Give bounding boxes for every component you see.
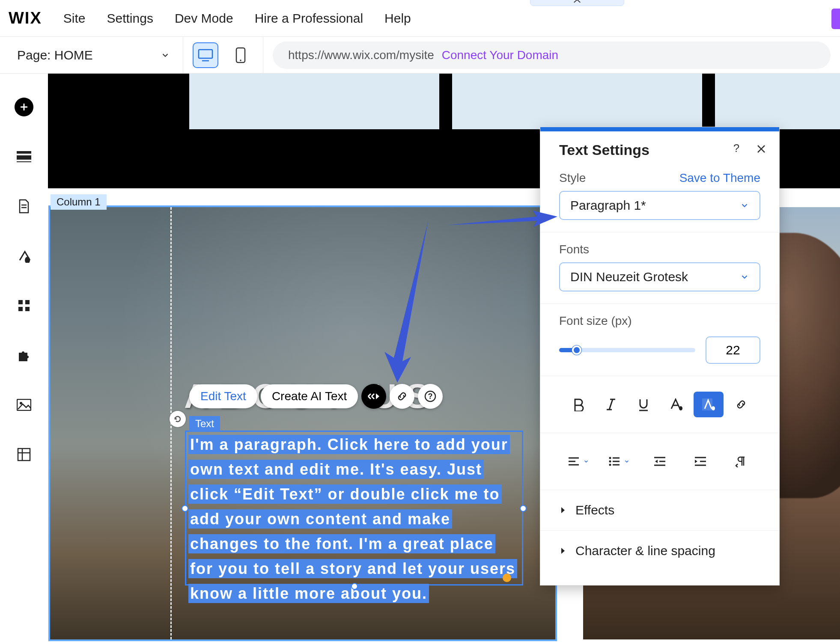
- resize-handle-left[interactable]: [182, 505, 188, 512]
- style-value: Paragraph 1*: [570, 198, 646, 213]
- ai-indicator-dot[interactable]: [503, 574, 511, 582]
- link-button[interactable]: [390, 384, 414, 409]
- panel-help-button[interactable]: ?: [730, 143, 742, 158]
- text-color-button[interactable]: [661, 392, 691, 417]
- chevron-down-icon: [161, 51, 170, 60]
- font-size-input[interactable]: 22: [706, 336, 760, 364]
- apps-icon: [18, 299, 30, 312]
- puzzle-icon: [17, 348, 31, 362]
- text-direction-button[interactable]: [726, 449, 756, 474]
- mobile-view-button[interactable]: [228, 42, 253, 68]
- header-col-3[interactable]: [715, 74, 840, 129]
- menu-settings[interactable]: Settings: [107, 11, 153, 26]
- sections-button[interactable]: [15, 147, 33, 166]
- collapse-top-pill[interactable]: [530, 0, 624, 6]
- decrease-indent-button[interactable]: [645, 449, 675, 474]
- paragraph-text[interactable]: I'm a paragraph. Click here to add your …: [188, 432, 521, 606]
- panel-close-button[interactable]: [756, 143, 766, 158]
- bullet-list-icon: [608, 456, 620, 467]
- create-ai-text-button[interactable]: Create AI Text: [261, 384, 358, 408]
- column-label[interactable]: Column 1: [51, 194, 107, 210]
- header-columns: [48, 74, 840, 129]
- panel-drag-bar[interactable]: [540, 127, 779, 131]
- site-url: https://www.wix.com/mysite: [288, 48, 434, 62]
- svg-text:?: ?: [428, 392, 433, 401]
- indent-icon: [694, 456, 707, 467]
- italic-button[interactable]: [596, 392, 626, 417]
- svg-point-35: [609, 461, 611, 463]
- menu-help[interactable]: Help: [384, 11, 411, 26]
- style-section: Style Save to Theme Paragraph 1*: [540, 167, 779, 232]
- app-market-button[interactable]: [15, 346, 33, 365]
- svg-point-34: [609, 457, 611, 459]
- svg-rect-14: [25, 307, 30, 311]
- save-to-theme-link[interactable]: Save to Theme: [679, 171, 760, 185]
- svg-point-36: [609, 464, 611, 466]
- svg-rect-13: [18, 307, 23, 311]
- menu-site[interactable]: Site: [63, 11, 86, 26]
- text-color-icon: [669, 398, 683, 411]
- font-dropdown[interactable]: DIN Neuzeit Grotesk: [559, 262, 760, 291]
- desktop-view-button[interactable]: [193, 42, 218, 68]
- text-settings-panel: Text Settings ? Style Save to Theme Para…: [540, 127, 780, 586]
- wix-logo: WIX: [9, 9, 42, 27]
- header-col-1[interactable]: [189, 74, 439, 129]
- font-size-slider[interactable]: [559, 348, 695, 352]
- align-left-icon: [568, 456, 580, 467]
- url-bar[interactable]: https://www.wix.com/mysite Connect Your …: [273, 42, 831, 69]
- top-menu-bar: WIX Site Settings Dev Mode Hire a Profes…: [0, 0, 840, 37]
- page-selector[interactable]: Page: HOME: [0, 37, 183, 74]
- slider-thumb[interactable]: [572, 345, 581, 355]
- style-dropdown[interactable]: Paragraph 1*: [559, 191, 760, 220]
- fonts-label: Fonts: [559, 243, 760, 256]
- resize-handle-bottom[interactable]: [351, 583, 358, 590]
- increase-indent-button[interactable]: [685, 449, 715, 474]
- animation-button[interactable]: [361, 384, 386, 409]
- undo-icon: [173, 414, 182, 424]
- menu-hire-professional[interactable]: Hire a Professional: [255, 11, 363, 26]
- media-button[interactable]: [15, 395, 33, 414]
- chevron-down-icon: [740, 201, 749, 210]
- underline-button[interactable]: [629, 392, 658, 417]
- bold-icon: [572, 398, 584, 411]
- pages-button[interactable]: [15, 197, 33, 216]
- content-manager-button[interactable]: [15, 445, 33, 464]
- effects-section[interactable]: Effects: [540, 490, 779, 530]
- left-tool-rail: [0, 74, 48, 642]
- list-button[interactable]: [604, 449, 634, 474]
- connect-domain-link[interactable]: Connect Your Domain: [442, 48, 558, 62]
- animation-icon: [367, 392, 380, 401]
- apps-button[interactable]: [15, 296, 33, 315]
- svg-point-16: [20, 402, 22, 404]
- text-link-button[interactable]: [726, 392, 756, 417]
- italic-icon: [606, 398, 616, 411]
- annotation-arrow-1: [447, 208, 558, 234]
- help-button[interactable]: ?: [418, 384, 443, 409]
- annotation-arrow-2: [381, 221, 432, 383]
- header-col-2[interactable]: [452, 74, 702, 129]
- reset-element-button[interactable]: [170, 411, 186, 427]
- chevron-down-icon: [740, 272, 749, 282]
- edit-text-button[interactable]: Edit Text: [189, 384, 257, 408]
- svg-rect-0: [199, 50, 212, 58]
- style-label: Style: [559, 171, 586, 185]
- panel-title: Text Settings: [559, 142, 649, 158]
- highlight-color-button[interactable]: [694, 392, 724, 417]
- theme-button[interactable]: [15, 247, 33, 265]
- text-element-toolbar: Edit Text Create AI Text ?: [189, 383, 443, 410]
- bold-button[interactable]: [563, 392, 593, 417]
- highlight-icon: [701, 398, 716, 411]
- underline-icon: [637, 398, 649, 411]
- caret-right-icon: [559, 547, 567, 555]
- spacing-label: Character & line spacing: [575, 544, 715, 558]
- add-element-button[interactable]: [15, 98, 33, 116]
- help-icon: ?: [424, 390, 436, 402]
- element-type-tag[interactable]: Text: [189, 416, 220, 431]
- right-edge-badge[interactable]: [831, 9, 840, 29]
- font-value: DIN Neuzeit Grotesk: [570, 270, 688, 284]
- table-icon: [17, 448, 31, 461]
- align-button[interactable]: [563, 449, 593, 474]
- resize-handle-right[interactable]: [520, 505, 527, 512]
- spacing-section[interactable]: Character & line spacing: [540, 530, 779, 562]
- menu-dev-mode[interactable]: Dev Mode: [175, 11, 233, 26]
